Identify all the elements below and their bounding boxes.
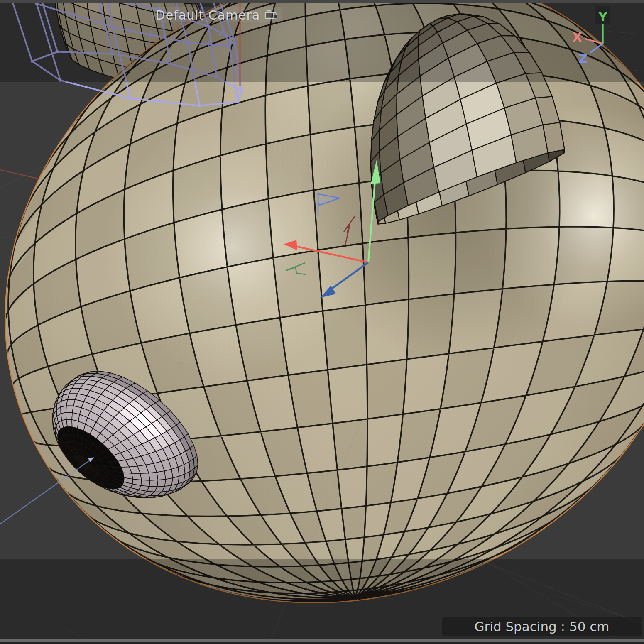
axis-letter-y: Y	[598, 10, 608, 24]
head-sphere-mesh-part-part	[314, 183, 363, 250]
viewport-3d-canvas[interactable]: YXZ	[0, 0, 644, 644]
head-sphere-mesh-part-part	[367, 359, 407, 419]
subdivision-cage-part	[129, 97, 132, 100]
viewport-frame-part	[0, 639, 644, 642]
head-sphere-mesh-part-part	[333, 419, 367, 470]
head-sphere-mesh-part-part	[407, 294, 454, 359]
head-sphere-mesh-part-part	[222, 199, 273, 267]
render-safe-bands-part	[0, 0, 644, 82]
grid-spacing-text: Grid Spacing : 50 cm	[475, 619, 610, 634]
eye-ball-mesh-part	[149, 472, 158, 480]
head-sphere-mesh-part-part	[504, 171, 559, 229]
lock-icon-shackle	[274, 13, 276, 15]
lock-icon-body	[273, 15, 277, 19]
viewport-frame-part	[0, 0, 644, 3]
subdivision-cage-part	[237, 100, 239, 103]
camera-lock-icon	[264, 9, 278, 21]
axis-letter-x: X	[572, 30, 582, 44]
head-sphere-mesh-part-part	[323, 305, 367, 370]
head-sphere-mesh-part-part	[328, 365, 367, 424]
head-sphere-mesh-part-part	[454, 229, 506, 294]
eye-ball-mesh-part	[132, 473, 141, 480]
viewport-frame-part	[0, 642, 644, 644]
eye-ball-mesh-part	[140, 473, 150, 480]
eye-ball-mesh-part	[66, 419, 72, 427]
subdivision-cage-part	[198, 105, 201, 107]
camera-label[interactable]: Default Camera	[152, 7, 282, 22]
camera-label-text: Default Camera	[155, 7, 260, 22]
head-sphere-mesh-part-part	[308, 79, 355, 135]
head-sphere-mesh-part-part	[502, 227, 559, 289]
axis-letter-z: Z	[578, 51, 588, 66]
head-sphere-mesh-part-part	[365, 299, 409, 365]
head-sphere-mesh-part-part	[273, 250, 323, 318]
head-sphere-mesh-part-part	[227, 258, 280, 325]
head-sphere-mesh-part-part	[408, 233, 456, 299]
head-sphere-mesh-part-part	[558, 171, 613, 228]
eye-ball-mesh-part	[61, 412, 66, 420]
eye-ball-mesh-part	[149, 480, 158, 487]
head-sphere-mesh-part-part	[612, 176, 644, 233]
grid-spacing-label: Grid Spacing : 50 cm	[442, 617, 642, 636]
head-sphere-mesh-part-part	[554, 227, 614, 284]
head-sphere-mesh-part-part	[310, 127, 359, 190]
eye-ball-mesh-part	[66, 412, 72, 420]
eye-ball-mesh-part	[157, 479, 166, 487]
eye-ball-mesh-part	[141, 480, 150, 486]
3d-viewport[interactable]: YXZ Default Camera Grid Spacing : 50 cm	[0, 0, 644, 644]
camera-icon-box	[265, 12, 274, 18]
head-sphere-mesh-part-part	[337, 466, 367, 509]
head-sphere-mesh-part-part	[266, 135, 313, 199]
camera-icon-body	[265, 11, 274, 18]
subdivision-cage-part	[240, 90, 243, 92]
